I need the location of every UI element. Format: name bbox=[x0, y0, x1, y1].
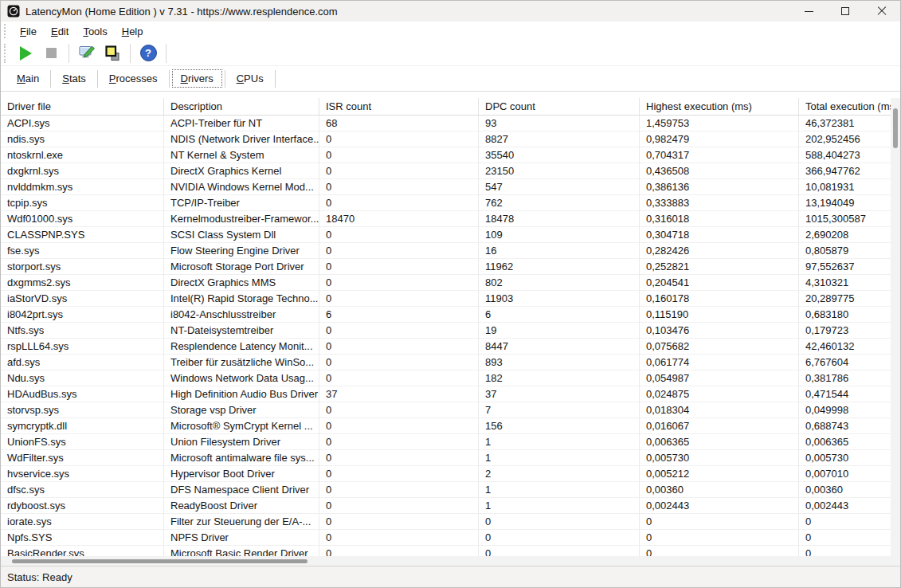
tab-main[interactable]: Main bbox=[9, 70, 47, 87]
cell-description: DirectX Graphics MMS bbox=[164, 275, 319, 291]
cell-highest-execution: 0,252821 bbox=[640, 259, 799, 275]
cell-total-execution: 97,552637 bbox=[799, 259, 892, 275]
help-button[interactable]: ? bbox=[137, 43, 159, 64]
cell-dpc-count: 1 bbox=[479, 482, 640, 498]
column-header-description[interactable]: Description bbox=[164, 98, 319, 116]
vertical-scrollbar[interactable] bbox=[891, 98, 900, 566]
column-header-dpc-count[interactable]: DPC count bbox=[479, 98, 640, 116]
cell-dpc-count: 37 bbox=[479, 386, 640, 402]
table-row[interactable]: nvlddmkm.sys NVIDIA Windows Kernel Mod..… bbox=[1, 179, 892, 195]
table-row[interactable]: rspLLL64.sys Resplendence Latency Monit.… bbox=[1, 339, 892, 355]
vertical-scrollbar-thumb[interactable] bbox=[893, 108, 898, 148]
cell-total-execution: 0,049998 bbox=[799, 402, 892, 418]
table-row[interactable]: rdyboost.sys ReadyBoost Driver 0 1 0,002… bbox=[1, 498, 892, 514]
cell-total-execution: 0 bbox=[799, 514, 892, 530]
table-row[interactable]: UnionFS.sys Union Filesystem Driver 0 1 … bbox=[1, 434, 892, 450]
maximize-button[interactable] bbox=[827, 1, 864, 22]
table-row[interactable]: HDAudBus.sys High Definition Audio Bus D… bbox=[1, 386, 892, 402]
cell-isr-count: 6 bbox=[319, 307, 479, 323]
toolbar-gripper[interactable] bbox=[4, 44, 8, 63]
tab-drivers[interactable]: Drivers bbox=[173, 70, 221, 87]
cell-driver-file: tcpip.sys bbox=[1, 195, 164, 211]
table-row[interactable]: WdFilter.sys Microsoft antimalware file … bbox=[1, 450, 892, 466]
cell-driver-file: BasicRender.sys bbox=[1, 546, 164, 556]
table-row[interactable]: i8042prt.sys i8042-Anschlusstreiber 6 6 … bbox=[1, 307, 892, 323]
table-row[interactable]: CLASSPNP.SYS SCSI Class System Dll 0 109… bbox=[1, 227, 892, 243]
cell-highest-execution: 0,316018 bbox=[640, 211, 799, 227]
cell-highest-execution: 0,002443 bbox=[640, 498, 799, 514]
tab-separator bbox=[50, 70, 51, 88]
tab-processes[interactable]: Processes bbox=[101, 70, 166, 87]
table-row[interactable]: iorate.sys Filter zur Steuerung der E/A-… bbox=[1, 514, 892, 530]
cell-driver-file: rdyboost.sys bbox=[1, 498, 164, 514]
cell-highest-execution: 0,005730 bbox=[640, 450, 799, 466]
cell-driver-file: ACPI.sys bbox=[1, 116, 164, 131]
cell-driver-file: rspLLL64.sys bbox=[1, 339, 164, 355]
cell-dpc-count: 11903 bbox=[479, 291, 640, 307]
report-button[interactable] bbox=[101, 43, 123, 64]
cell-driver-file: fse.sys bbox=[1, 243, 164, 259]
cell-dpc-count: 23150 bbox=[479, 163, 640, 179]
table-row[interactable]: storport.sys Microsoft Storage Port Driv… bbox=[1, 259, 892, 275]
cell-dpc-count: 0 bbox=[479, 530, 640, 546]
cell-total-execution: 0,007010 bbox=[799, 466, 892, 482]
cell-dpc-count: 93 bbox=[479, 116, 640, 131]
start-monitor-button[interactable] bbox=[14, 43, 37, 64]
stop-monitor-button[interactable] bbox=[40, 43, 62, 64]
table-row[interactable]: fse.sys Flow Steering Engine Driver 0 16… bbox=[1, 243, 892, 259]
cell-total-execution: 6,767604 bbox=[799, 355, 892, 370]
table-row[interactable]: Wdf01000.sys Kernelmodustreiber-Framewor… bbox=[1, 211, 892, 227]
table-row[interactable]: Npfs.SYS NPFS Driver 0 0 0 0 bbox=[1, 530, 892, 546]
minimize-button[interactable] bbox=[790, 1, 827, 22]
close-button[interactable] bbox=[864, 1, 900, 22]
menubar-gripper[interactable] bbox=[4, 24, 8, 38]
table-row[interactable]: dxgmms2.sys DirectX Graphics MMS 0 802 0… bbox=[1, 275, 892, 291]
cell-isr-count: 0 bbox=[319, 402, 479, 418]
cell-dpc-count: 1 bbox=[479, 450, 640, 466]
cell-highest-execution: 0,018304 bbox=[640, 402, 799, 418]
cell-total-execution: 0,688743 bbox=[799, 418, 892, 434]
status-text: Status: Ready bbox=[7, 571, 72, 583]
cell-total-execution: 0,179723 bbox=[799, 323, 892, 339]
table-row[interactable]: BasicRender.sys Microsoft Basic Render D… bbox=[1, 546, 892, 556]
cell-description: NPFS Driver bbox=[164, 530, 319, 546]
table-row[interactable]: ntoskrnl.exe NT Kernel & System 0 35540 … bbox=[1, 147, 892, 163]
table-row[interactable]: ACPI.sys ACPI-Treiber für NT 68 93 1,459… bbox=[1, 116, 892, 131]
table-row[interactable]: Ndu.sys Windows Network Data Usag... 0 1… bbox=[1, 370, 892, 386]
table-row[interactable]: dxgkrnl.sys DirectX Graphics Kernel 0 23… bbox=[1, 163, 892, 179]
options-button[interactable] bbox=[76, 43, 98, 64]
table-row[interactable]: ndis.sys NDIS (Network Driver Interface.… bbox=[1, 131, 892, 147]
cell-dpc-count: 109 bbox=[479, 227, 640, 243]
maximize-icon bbox=[841, 7, 849, 15]
table-row[interactable]: storvsp.sys Storage vsp Driver 0 7 0,018… bbox=[1, 402, 892, 418]
table-row[interactable]: iaStorVD.sys Intel(R) Rapid Storage Tech… bbox=[1, 291, 892, 307]
cell-total-execution: 0,683180 bbox=[799, 307, 892, 323]
cell-total-execution: 2,690208 bbox=[799, 227, 892, 243]
column-header-isr-count[interactable]: ISR count bbox=[319, 98, 479, 116]
menu-tools[interactable]: Tools bbox=[76, 23, 114, 40]
cell-isr-count: 0 bbox=[319, 450, 479, 466]
menu-bar: File Edit Tools Help bbox=[1, 22, 900, 41]
menu-edit[interactable]: Edit bbox=[44, 23, 76, 40]
table-row[interactable]: symcryptk.dll Microsoft® SymCrypt Kernel… bbox=[1, 418, 892, 434]
cell-dpc-count: 19 bbox=[479, 323, 640, 339]
cell-dpc-count: 547 bbox=[479, 179, 640, 195]
table-row[interactable]: tcpip.sys TCP/IP-Treiber 0 762 0,333883 … bbox=[1, 195, 892, 211]
horizontal-scrollbar-thumb[interactable] bbox=[12, 559, 308, 563]
table-row[interactable]: dfsc.sys DFS Namespace Client Driver 0 1… bbox=[1, 482, 892, 498]
cell-isr-count: 0 bbox=[319, 259, 479, 275]
menu-help[interactable]: Help bbox=[115, 23, 151, 40]
menu-file[interactable]: File bbox=[13, 23, 44, 40]
column-header-driver-file[interactable]: Driver file bbox=[1, 98, 164, 116]
cell-description: Treiber für zusätzliche WinSo... bbox=[164, 355, 319, 370]
tab-stats[interactable]: Stats bbox=[54, 70, 94, 87]
cell-description: Flow Steering Engine Driver bbox=[164, 243, 319, 259]
column-header-total-execution[interactable]: Total execution (ms) bbox=[799, 98, 892, 116]
table-row[interactable]: afd.sys Treiber für zusätzliche WinSo...… bbox=[1, 355, 892, 370]
column-header-highest-execution[interactable]: Highest execution (ms) bbox=[640, 98, 799, 116]
cell-driver-file: iaStorVD.sys bbox=[1, 291, 164, 307]
table-row[interactable]: hvservice.sys Hypervisor Boot Driver 0 2… bbox=[1, 466, 892, 482]
cell-isr-count: 0 bbox=[319, 339, 479, 355]
table-row[interactable]: Ntfs.sys NT-Dateisystemtreiber 0 19 0,10… bbox=[1, 323, 892, 339]
tab-cpus[interactable]: CPUs bbox=[229, 70, 272, 87]
